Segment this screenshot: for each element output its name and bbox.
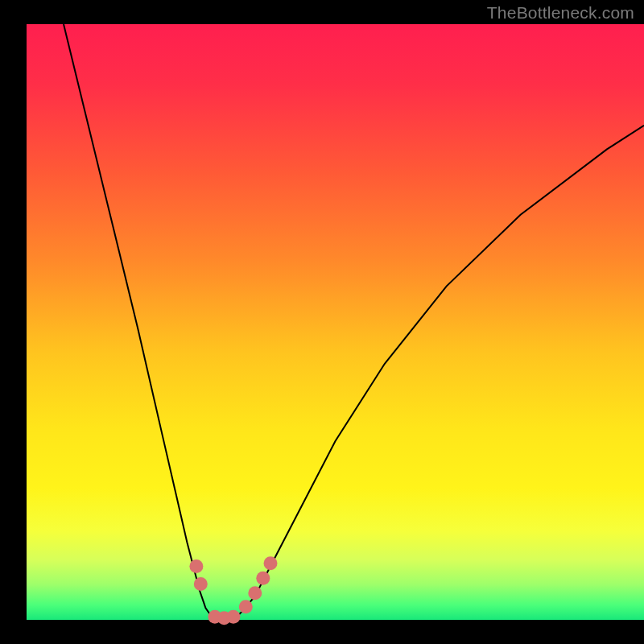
marker-dot <box>256 572 270 585</box>
marker-dot <box>194 577 208 591</box>
marker-dot <box>226 610 240 624</box>
marker-dot <box>239 600 253 613</box>
watermark-label: TheBottleneck.com <box>487 3 634 23</box>
marker-dot <box>189 559 203 573</box>
marker-dot <box>248 586 262 600</box>
plot-background <box>27 24 644 620</box>
marker-dot <box>264 556 278 570</box>
bottleneck-chart <box>0 0 644 644</box>
chart-frame: TheBottleneck.com <box>0 0 644 644</box>
